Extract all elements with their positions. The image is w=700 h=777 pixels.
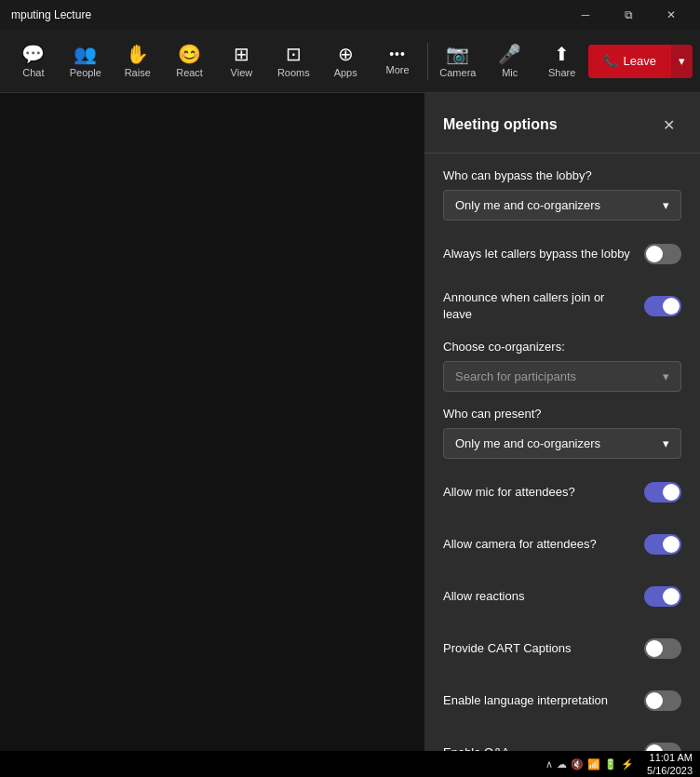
lobby-bypass-dropdown[interactable]: Only me and co-organizers ▾ (443, 190, 681, 221)
toolbar-item-chat[interactable]: 💬 Chat (7, 33, 60, 89)
leave-label: Leave (624, 54, 656, 68)
share-label: Share (548, 67, 575, 78)
leave-phone-icon: 📞 (603, 54, 618, 68)
allow-camera-label: Allow camera for attendees? (443, 536, 644, 553)
allow-camera-toggle[interactable] (644, 534, 681, 555)
options-close-button[interactable]: ✕ (655, 112, 681, 138)
mic-icon: 🎤 (498, 45, 521, 63)
toolbar-item-rooms[interactable]: ⊡ Rooms (267, 33, 319, 89)
raise-icon: ✋ (126, 45, 149, 63)
chat-label: Chat (22, 67, 44, 78)
toolbar-item-apps[interactable]: ⊕ Apps (319, 33, 371, 89)
who-present-dropdown[interactable]: Only me and co-organizers ▾ (443, 428, 681, 459)
options-header: Meeting options ✕ (424, 93, 700, 154)
participants-search-dropdown[interactable]: Search for participants ▾ (443, 361, 681, 392)
cart-captions-track[interactable] (644, 638, 681, 659)
rooms-label: Rooms (277, 67, 310, 78)
leave-dropdown-button[interactable]: ▾ (671, 45, 693, 78)
callers-announce-track[interactable] (644, 296, 681, 316)
react-icon: 😊 (178, 45, 201, 63)
participants-search-chevron: ▾ (663, 369, 669, 383)
charge-icon: ⚡ (621, 758, 634, 770)
react-label: React (176, 67, 203, 78)
video-area (0, 93, 424, 751)
toolbar-item-camera[interactable]: 📷 Camera (432, 33, 484, 89)
battery-icon: 🔋 (604, 758, 617, 770)
language-interp-thumb (646, 692, 663, 709)
cart-captions-toggle[interactable] (644, 638, 681, 659)
window-title: mputing Lecture (7, 8, 91, 21)
callers-bypass-row: Always let callers bypass the lobby (443, 235, 681, 273)
options-body: Who can bypass the lobby? Only me and co… (424, 154, 700, 751)
toolbar-item-react[interactable]: 😊 React (164, 33, 216, 89)
chevron-up-icon: ∧ (545, 758, 553, 770)
who-present-section: Who can present? Only me and co-organize… (443, 407, 681, 459)
qa-label: Enable Q&A (443, 744, 644, 751)
who-present-value: Only me and co-organizers (455, 436, 600, 450)
language-interp-row: Enable language interpretation (443, 682, 681, 719)
qa-toggle[interactable] (644, 743, 681, 751)
callers-announce-toggle[interactable] (644, 296, 681, 316)
callers-announce-label: Announce when callers join or leave (443, 289, 644, 323)
toolbar-item-mic[interactable]: 🎤 Mic (484, 33, 536, 89)
main-area: Meeting options ✕ Who can bypass the lob… (0, 93, 700, 751)
cloud-icon: ☁ (557, 758, 567, 770)
allow-mic-toggle[interactable] (644, 482, 681, 502)
toolbar-item-view[interactable]: ⊞ View (216, 33, 268, 89)
allow-reactions-track[interactable] (644, 586, 681, 607)
leave-button-group: 📞 Leave ▾ (588, 45, 693, 78)
minimize-button[interactable]: ─ (564, 0, 607, 30)
share-icon: ⬆ (554, 45, 570, 63)
people-label: People (70, 67, 101, 78)
mic-label: Mic (502, 67, 518, 78)
taskbar-date-value: 5/16/2023 (647, 764, 693, 777)
view-icon: ⊞ (234, 45, 249, 63)
title-bar: mputing Lecture ─ ⧉ ✕ (0, 0, 700, 30)
allow-camera-row: Allow camera for attendees? (443, 526, 681, 563)
callers-bypass-toggle[interactable] (644, 244, 681, 264)
toolbar-item-more[interactable]: ••• More (371, 33, 424, 89)
allow-reactions-toggle[interactable] (644, 586, 681, 607)
toolbar: 💬 Chat 👥 People ✋ Raise 😊 React ⊞ View ⊡… (0, 30, 700, 93)
allow-reactions-row: Allow reactions (443, 578, 681, 615)
allow-camera-track[interactable] (644, 534, 681, 555)
more-label: More (386, 64, 410, 75)
allow-mic-track[interactable] (644, 482, 681, 502)
allow-reactions-label: Allow reactions (443, 588, 644, 605)
allow-reactions-thumb (663, 588, 680, 605)
allow-mic-label: Allow mic for attendees? (443, 484, 644, 501)
allow-mic-thumb (663, 484, 680, 501)
callers-bypass-label: Always let callers bypass the lobby (443, 246, 644, 262)
who-present-label: Who can present? (443, 407, 681, 421)
close-button[interactable]: ✕ (650, 0, 693, 30)
raise-label: Raise (125, 67, 151, 78)
language-interp-toggle[interactable] (644, 690, 681, 711)
callers-announce-row: Announce when callers join or leave (443, 288, 681, 325)
window-controls: ─ ⧉ ✕ (564, 0, 693, 30)
toolbar-item-raise[interactable]: ✋ Raise (112, 33, 164, 89)
co-organizers-label: Choose co-organizers: (443, 340, 681, 354)
toolbar-divider (427, 43, 428, 80)
taskbar-system-icons: ∧ ☁ 🔇 📶 🔋 ⚡ (545, 758, 634, 770)
view-label: View (231, 67, 253, 78)
cart-captions-label: Provide CART Captions (443, 640, 644, 657)
qa-track[interactable] (644, 743, 681, 751)
toolbar-item-share[interactable]: ⬆ Share (536, 33, 588, 89)
camera-icon: 📷 (446, 45, 469, 63)
restore-button[interactable]: ⧉ (607, 0, 650, 30)
toolbar-item-people[interactable]: 👥 People (60, 33, 112, 89)
qa-row: Enable Q&A (443, 734, 681, 751)
rooms-icon: ⊡ (286, 45, 302, 63)
options-title: Meeting options (443, 116, 558, 133)
leave-button[interactable]: 📞 Leave (588, 45, 671, 78)
callers-bypass-track[interactable] (644, 244, 681, 264)
apps-label: Apps (334, 67, 357, 78)
allow-mic-row: Allow mic for attendees? (443, 474, 681, 511)
taskbar-time-value: 11:01 AM (647, 751, 693, 764)
lobby-bypass-chevron: ▾ (663, 198, 669, 212)
leave-chevron-icon: ▾ (679, 54, 685, 68)
more-icon: ••• (389, 47, 406, 60)
wifi-icon: 📶 (587, 758, 600, 770)
people-icon: 👥 (74, 45, 97, 63)
language-interp-track[interactable] (644, 690, 681, 711)
